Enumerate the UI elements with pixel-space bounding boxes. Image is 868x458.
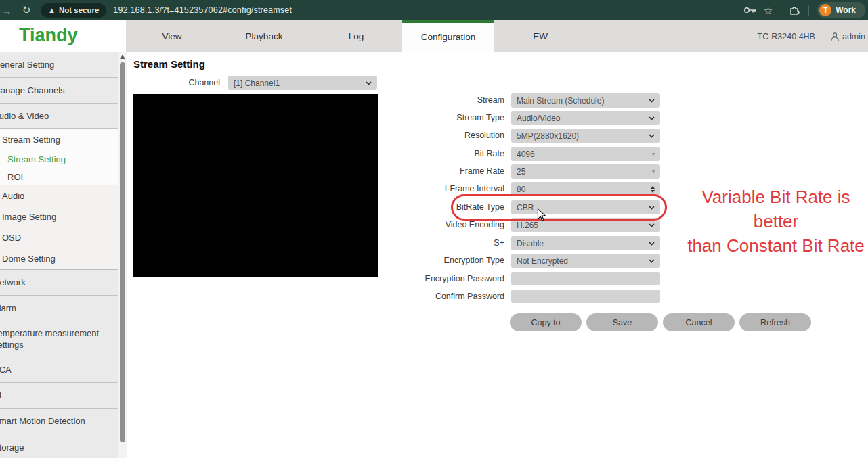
tab-log[interactable]: Log: [310, 20, 402, 52]
save-button[interactable]: Save: [586, 313, 658, 331]
encryption-type-label: Encryption Type: [342, 254, 504, 268]
bitrate-type-label: BitRate Type: [342, 200, 504, 214]
sidebar-item-alarm[interactable]: Alarm: [0, 296, 118, 321]
user-name: admin: [842, 32, 865, 41]
stream-select[interactable]: Main Stream (Schedule): [511, 93, 660, 108]
channel-select[interactable]: [1] Channel1: [228, 76, 377, 90]
user-menu[interactable]: admin: [830, 32, 865, 41]
sidebar-item-vca[interactable]: VCA: [0, 357, 118, 383]
stream-type-label: Stream Type: [342, 111, 504, 125]
s-plus-label: S+: [342, 236, 504, 250]
profile-avatar: T: [819, 4, 831, 16]
resolution-label: Resolution: [342, 129, 504, 143]
sidebar-item-temperature-measurement[interactable]: Temperature measurement settings: [0, 321, 118, 357]
cancel-button[interactable]: Cancel: [663, 313, 735, 331]
scrollbar-thumb[interactable]: [120, 62, 125, 442]
tab-view[interactable]: View: [126, 20, 218, 52]
profile-name: Work: [836, 5, 856, 15]
sidebar-item-dome-setting[interactable]: Dome Setting: [0, 248, 118, 269]
app-window: → ↻ ▲ Not secure 192.168.1.3/?t=41523570…: [0, 0, 868, 458]
toolbar-divider: [808, 5, 809, 16]
refresh-icon[interactable]: ↻: [20, 4, 32, 16]
chevron-down-icon: ▾: [652, 151, 655, 157]
chevron-down-icon: [649, 134, 655, 138]
resolution-select[interactable]: 5MP(2880x1620): [511, 129, 660, 143]
sidebar-item-smart-motion-detection[interactable]: Smart Motion Detection: [0, 409, 118, 434]
i-frame-interval-label: I-Frame Interval: [342, 182, 504, 196]
sidebar-item-stream-setting[interactable]: Stream Setting: [0, 150, 118, 168]
annotation-line-3: than Constant Bit Rate: [682, 233, 868, 258]
tab-ew[interactable]: EW: [494, 20, 586, 52]
chevron-down-icon: [649, 99, 655, 103]
frame-rate-label: Frame Rate: [342, 164, 504, 179]
app-header: Tiandy View Playback Log Configuration E…: [0, 20, 868, 52]
video-encoding-select[interactable]: H.265: [511, 218, 660, 232]
bit-rate-combo[interactable]: 4096 ▾: [511, 147, 660, 161]
stream-setting-panel: Stream Setting Channel [1] Channel1 Stre…: [127, 52, 868, 458]
sidebar-item-ai[interactable]: AI: [0, 383, 118, 409]
channel-label: Channel: [127, 76, 220, 90]
scrollbar-up-arrow-icon[interactable]: [120, 55, 125, 59]
page-title: Stream Setting: [133, 58, 205, 70]
chevron-down-icon: [649, 206, 655, 210]
spinner-arrows-icon[interactable]: [651, 186, 655, 193]
bitrate-type-select[interactable]: CBR: [511, 200, 660, 214]
annotation-line-2: better: [682, 209, 868, 233]
sidebar-item-general-setting[interactable]: General Setting: [0, 52, 118, 78]
bit-rate-label: Bit Rate: [342, 147, 504, 161]
annotation-line-1: Variable Bit Rate is: [682, 185, 868, 209]
sidebar-item-manage-channels[interactable]: Manage Channels: [0, 78, 118, 104]
annotation-text: Variable Bit Rate is better than Constan…: [682, 185, 868, 258]
extensions-icon[interactable]: [789, 5, 800, 16]
security-badge-label: Not secure: [59, 6, 99, 14]
encryption-password-label: Encryption Password: [342, 272, 504, 286]
tab-configuration[interactable]: Configuration: [402, 20, 494, 52]
chevron-down-icon: [649, 116, 655, 120]
browser-toolbar: → ↻ ▲ Not secure 192.168.1.3/?t=41523570…: [0, 0, 868, 20]
warning-icon: ▲: [48, 6, 56, 14]
sidebar-item-storage[interactable]: Storage: [0, 434, 118, 458]
device-model: TC-R3240 4HB: [758, 32, 815, 41]
copy-to-button[interactable]: Copy to: [510, 313, 582, 331]
forward-icon[interactable]: →: [1, 5, 12, 16]
password-key-icon[interactable]: [743, 6, 757, 14]
encryption-type-select[interactable]: Not Encrypted: [511, 254, 660, 268]
chevron-down-icon: [649, 242, 655, 246]
confirm-password-field[interactable]: [511, 290, 660, 303]
tab-playback[interactable]: Playback: [218, 20, 310, 52]
frame-rate-combo[interactable]: 25 ▾: [511, 164, 660, 179]
confirm-password-label: Confirm Password: [342, 290, 504, 304]
chevron-down-icon: [649, 223, 655, 227]
refresh-button[interactable]: Refresh: [739, 313, 811, 331]
sidebar-item-stream-setting-group[interactable]: Stream Setting: [0, 129, 118, 150]
sidebar-item-roi[interactable]: ROI: [0, 168, 118, 185]
bookmark-star-icon[interactable]: ☆: [764, 5, 773, 16]
s-plus-select[interactable]: Disable: [511, 236, 660, 250]
sidebar-item-network[interactable]: Network: [0, 270, 118, 296]
stream-type-select[interactable]: Audio/Video: [511, 111, 660, 125]
browser-profile-chip[interactable]: T Work: [817, 2, 865, 18]
video-encoding-label: Video Encoding: [342, 218, 504, 232]
sidebar-item-audio[interactable]: Audio: [0, 185, 118, 206]
chevron-down-icon: [366, 81, 372, 85]
sidebar-item-osd[interactable]: OSD: [0, 227, 118, 248]
chevron-down-icon: ▾: [652, 168, 655, 175]
sidebar-item-image-setting[interactable]: Image Setting: [0, 206, 118, 227]
sidebar-item-audio-video[interactable]: Audio & Video: [0, 104, 118, 129]
security-badge[interactable]: ▲ Not secure: [41, 3, 106, 18]
stream-label: Stream: [342, 93, 504, 108]
sidebar: General Setting Manage Channels Audio & …: [0, 52, 118, 458]
address-bar[interactable]: 192.168.1.3/?t=4152357062#config/streams…: [113, 5, 292, 15]
tiandy-logo: Tiandy: [19, 25, 78, 46]
sidebar-scrollbar[interactable]: [118, 52, 127, 458]
chevron-down-icon: [649, 259, 655, 263]
user-icon: [830, 32, 840, 41]
i-frame-interval-spinner[interactable]: 80: [511, 182, 660, 196]
encryption-password-field[interactable]: [511, 272, 660, 285]
